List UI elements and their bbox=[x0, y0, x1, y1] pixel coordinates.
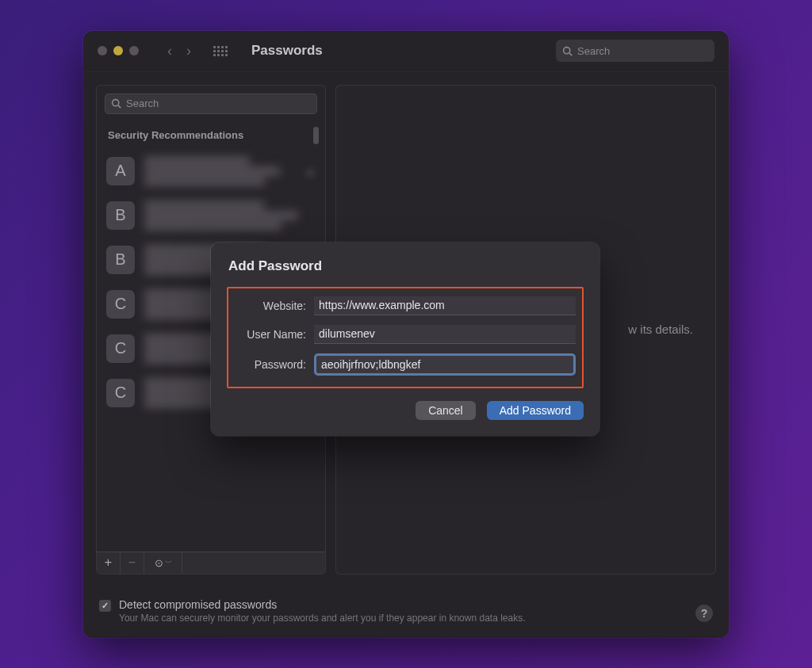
password-label: Password: bbox=[235, 358, 314, 371]
footer: ✓ Detect compromised passwords Your Mac … bbox=[83, 587, 729, 638]
add-password-button[interactable]: + bbox=[97, 552, 121, 574]
add-password-submit-button[interactable]: Add Password bbox=[487, 401, 584, 420]
detect-compromised-checkbox[interactable]: ✓ bbox=[99, 600, 111, 612]
item-avatar: C bbox=[106, 290, 135, 319]
item-avatar: B bbox=[106, 246, 135, 274]
nav-arrows: ‹ › bbox=[167, 43, 191, 59]
add-password-modal: Add Password Website: User Name: Passwor… bbox=[211, 242, 599, 436]
remove-password-button[interactable]: − bbox=[121, 552, 144, 574]
item-avatar: C bbox=[106, 334, 135, 363]
list-item[interactable]: B bbox=[100, 193, 322, 238]
username-input[interactable] bbox=[314, 325, 576, 344]
username-label: User Name: bbox=[235, 328, 314, 341]
close-window-button[interactable] bbox=[98, 46, 107, 55]
titlebar: ‹ › Passwords Search bbox=[83, 31, 729, 72]
section-header: Security Recommendations bbox=[97, 119, 325, 149]
svg-line-3 bbox=[118, 105, 121, 108]
item-avatar: B bbox=[106, 201, 135, 230]
modal-buttons: Cancel Add Password bbox=[227, 401, 584, 420]
sidebar-search-placeholder: Search bbox=[126, 97, 159, 109]
footer-text: Detect compromised passwords Your Mac ca… bbox=[119, 598, 688, 624]
cancel-button[interactable]: Cancel bbox=[416, 401, 476, 420]
svg-line-1 bbox=[569, 52, 572, 55]
item-text-blurred bbox=[144, 157, 295, 185]
back-button[interactable]: ‹ bbox=[167, 43, 172, 59]
chevron-down-icon: ﹀ bbox=[165, 558, 172, 568]
detail-placeholder: w its details. bbox=[628, 323, 693, 336]
checkmark-icon: ✓ bbox=[102, 601, 109, 611]
global-search-input[interactable]: Search bbox=[556, 40, 714, 62]
modal-title: Add Password bbox=[228, 258, 584, 274]
sidebar-toolbar: + − ⊙ ﹀ bbox=[97, 552, 325, 574]
forward-button[interactable]: › bbox=[186, 43, 191, 59]
minimize-window-button[interactable] bbox=[113, 46, 123, 55]
footer-description: Your Mac can securely monitor your passw… bbox=[119, 613, 688, 624]
username-row: User Name: bbox=[235, 325, 576, 344]
footer-title: Detect compromised passwords bbox=[119, 598, 688, 611]
item-text-blurred bbox=[144, 201, 316, 230]
password-row: Password: bbox=[235, 353, 576, 376]
traffic-lights bbox=[98, 46, 139, 55]
svg-point-0 bbox=[564, 47, 570, 53]
password-input[interactable] bbox=[314, 353, 576, 376]
website-row: Website: bbox=[235, 296, 576, 315]
search-icon bbox=[562, 46, 573, 56]
page-title: Passwords bbox=[251, 43, 323, 59]
maximize-window-button[interactable] bbox=[129, 46, 139, 55]
passwords-window: ‹ › Passwords Search Search bbox=[83, 31, 729, 638]
website-input[interactable] bbox=[314, 296, 576, 315]
svg-point-2 bbox=[113, 100, 119, 106]
help-button[interactable]: ? bbox=[695, 605, 713, 622]
apps-grid-icon[interactable] bbox=[213, 46, 228, 56]
scrollbar-thumb[interactable] bbox=[313, 127, 319, 144]
sidebar-search-input[interactable]: Search bbox=[105, 94, 317, 114]
website-label: Website: bbox=[235, 300, 314, 312]
global-search-placeholder: Search bbox=[577, 45, 610, 57]
item-avatar: C bbox=[106, 379, 135, 407]
form-highlight: Website: User Name: Password: bbox=[227, 287, 584, 388]
warning-icon: ▲ bbox=[304, 165, 316, 177]
list-item[interactable]: A▲ bbox=[100, 149, 322, 193]
more-actions-button[interactable]: ⊙ ﹀ bbox=[144, 552, 182, 574]
item-avatar: A bbox=[106, 157, 135, 185]
search-icon bbox=[111, 98, 121, 109]
